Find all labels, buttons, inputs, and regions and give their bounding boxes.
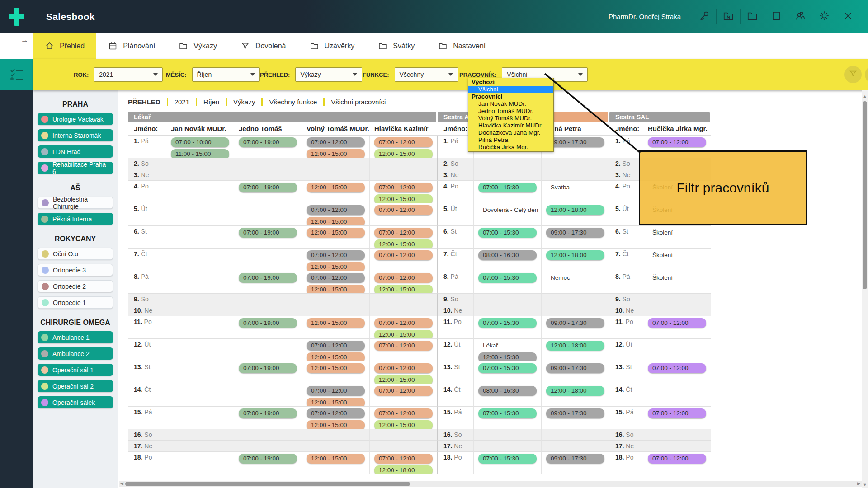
sidebar-item[interactable]: Bezbolestná Chirurgie xyxy=(38,197,113,209)
shift-chip[interactable]: 09:00 - 17:30 xyxy=(546,137,604,147)
shift-chip[interactable]: 07:00 - 12:00 xyxy=(307,137,365,147)
shift-chip[interactable]: 07:00 - 12:00 xyxy=(374,363,433,373)
tab-uzávěrky[interactable]: Uzávěrky xyxy=(298,33,367,59)
tab-plánování[interactable]: Plánování xyxy=(96,33,167,59)
shift-chip[interactable]: 12:00 - 18:00 xyxy=(546,250,604,260)
scroll-left-icon[interactable]: ◀ xyxy=(120,481,123,486)
shift-chip[interactable]: 07:00 - 12:00 xyxy=(374,137,433,147)
horizontal-scrollbar[interactable]: ◀ ▶ xyxy=(119,481,862,487)
shift-chip[interactable]: 08:00 - 16:30 xyxy=(478,250,537,260)
shift-chip[interactable]: 07:00 - 19:00 xyxy=(239,228,297,238)
shift-chip[interactable]: 12:00 - 15:00 xyxy=(307,262,365,271)
shift-chip[interactable]: 07:00 - 12:00 xyxy=(648,318,706,328)
sidebar-item[interactable]: Ambulance 2 xyxy=(38,347,113,360)
checklist-filter-button[interactable] xyxy=(0,59,33,90)
shift-chip[interactable]: 12:00 - 15:00 xyxy=(307,228,365,238)
shift-chip[interactable]: 07:00 - 12:00 xyxy=(648,408,706,418)
tab-přehled[interactable]: Přehled xyxy=(33,33,96,59)
shift-chip[interactable]: 12:00 - 15:00 xyxy=(307,398,365,407)
shift-chip[interactable]: 12:00 - 15:00 xyxy=(307,318,365,328)
sidebar-item[interactable]: Operační sálek xyxy=(38,396,113,408)
shift-chip[interactable]: 07:00 - 15:30 xyxy=(478,183,537,192)
shift-chip[interactable]: 12:00 - 18:00 xyxy=(374,465,433,474)
sidebar-item[interactable]: Ambulance 1 xyxy=(38,331,113,343)
users-button[interactable] xyxy=(788,9,812,24)
shift-chip[interactable]: 07:00 - 12:00 xyxy=(374,228,433,238)
filter-select-přehled[interactable]: Výkazy xyxy=(295,67,362,82)
shift-chip[interactable]: 07:00 - 12:00 xyxy=(374,408,433,418)
shift-chip[interactable]: 12:00 - 18:00 xyxy=(546,205,604,215)
shift-chip[interactable]: 07:00 - 12:00 xyxy=(374,205,433,215)
sidebar-item[interactable]: Rehabilitace Praha 6 xyxy=(38,162,113,174)
shift-chip[interactable]: 12:00 - 15:00 xyxy=(307,352,365,361)
sidebar-item[interactable]: Urologie Václavák xyxy=(38,113,113,125)
shift-chip[interactable]: 07:00 - 15:30 xyxy=(478,318,537,328)
folder-n-button[interactable] xyxy=(717,9,740,24)
shift-chip[interactable]: 12:00 - 15:00 xyxy=(374,375,433,384)
tab-nastavení[interactable]: Nastavení xyxy=(426,33,497,59)
shift-chip[interactable]: 12:00 - 15:00 xyxy=(307,363,365,373)
shift-chip[interactable]: 07:00 - 19:00 xyxy=(239,137,297,147)
shift-chip[interactable]: 07:00 - 12:00 xyxy=(374,454,433,464)
shift-chip[interactable]: 07:00 - 12:00 xyxy=(648,454,706,464)
dropdown-option[interactable]: Jan Novák MUDr. xyxy=(468,100,553,108)
shift-chip[interactable]: 07:00 - 15:30 xyxy=(478,363,537,373)
tab-svátky[interactable]: Svátky xyxy=(366,33,426,59)
shift-chip[interactable]: 07:00 - 15:30 xyxy=(478,408,537,418)
shift-chip[interactable]: 12:00 - 15:30 xyxy=(478,352,537,361)
filter-select-rok[interactable]: 2021 xyxy=(94,67,163,82)
shift-chip[interactable]: 07:00 - 12:00 xyxy=(307,341,365,351)
shift-chip[interactable]: 07:00 - 12:00 xyxy=(648,363,706,373)
shift-chip[interactable]: 07:00 - 19:00 xyxy=(239,273,297,283)
shift-chip[interactable]: 07:00 - 19:00 xyxy=(239,408,297,418)
shift-chip[interactable]: 12:00 - 15:00 xyxy=(307,217,365,226)
shift-chip[interactable]: 12:00 - 15:00 xyxy=(307,285,365,294)
shift-chip[interactable]: 11:00 - 15:00 xyxy=(171,149,229,158)
collapse-arrow-icon[interactable]: → xyxy=(21,36,28,45)
shift-chip[interactable]: 12:00 - 18:00 xyxy=(546,386,604,396)
shift-chip[interactable]: 12:00 - 15:00 xyxy=(307,454,365,464)
shift-chip[interactable]: 07:00 - 15:30 xyxy=(478,273,537,283)
scroll-right-icon[interactable]: ▶ xyxy=(857,481,860,486)
sidebar-item[interactable]: Operační sál 1 xyxy=(38,364,113,376)
folder-button[interactable] xyxy=(741,9,764,24)
shift-chip[interactable]: 07:00 - 19:00 xyxy=(239,318,297,328)
shift-chip[interactable]: 12:00 - 15:00 xyxy=(374,330,433,339)
sidebar-item[interactable]: Ortopedie 1 xyxy=(38,296,113,309)
shift-chip[interactable]: 12:00 - 15:00 xyxy=(307,149,365,158)
shift-chip[interactable]: 07:00 - 12:00 xyxy=(307,386,365,396)
shift-chip[interactable]: 07:00 - 12:00 xyxy=(307,205,365,215)
shift-chip[interactable]: 07:00 - 12:00 xyxy=(374,250,433,260)
filter-select-měsíc[interactable]: Říjen xyxy=(192,67,260,82)
dropdown-option[interactable]: Hlavička Kazimír MUDr. xyxy=(468,122,553,129)
dropdown-option[interactable]: Ručička Jirka Mgr. xyxy=(468,144,553,151)
sidebar-item[interactable]: Oční O.o xyxy=(38,248,113,260)
shift-chip[interactable]: 12:00 - 15:00 xyxy=(374,149,433,158)
sidebar-item[interactable]: Ortopedie 3 xyxy=(38,264,113,276)
shift-chip[interactable]: 07:00 - 19:00 xyxy=(239,363,297,373)
shift-chip[interactable]: 12:00 - 15:00 xyxy=(374,285,433,294)
shift-chip[interactable]: 12:00 - 15:00 xyxy=(307,183,365,192)
shift-chip[interactable]: 09:00 - 17:30 xyxy=(546,363,604,373)
scroll-up-icon[interactable]: ▲ xyxy=(862,94,868,99)
shift-chip[interactable]: 12:00 - 15:00 xyxy=(374,420,433,429)
shift-chip[interactable]: 07:00 - 12:00 xyxy=(374,386,433,396)
horizontal-scroll-thumb[interactable] xyxy=(125,482,410,486)
dropdown-option[interactable]: Všichni xyxy=(468,86,553,93)
key-button[interactable] xyxy=(693,9,716,24)
shift-chip[interactable]: 07:00 - 15:30 xyxy=(478,228,537,238)
sidebar-item[interactable]: LDN Hrad xyxy=(38,145,113,158)
shift-chip[interactable]: 12:00 - 15:00 xyxy=(374,194,433,203)
scroll-down-icon[interactable]: ▼ xyxy=(862,483,868,487)
shift-chip[interactable]: 09:00 - 17:30 xyxy=(546,318,604,328)
filter-select-funkce[interactable]: Všechny xyxy=(395,67,458,82)
funnel-button[interactable] xyxy=(844,66,862,83)
printer-button[interactable] xyxy=(865,66,868,83)
dropdown-option[interactable]: Jedno Tomáš MUDr. xyxy=(468,108,553,115)
sidebar-item[interactable]: Pěkná Interna xyxy=(38,213,113,225)
shift-chip[interactable]: 09:00 - 17:30 xyxy=(546,454,604,464)
close-button[interactable] xyxy=(836,9,860,24)
shift-chip[interactable]: 09:00 - 17:30 xyxy=(546,228,604,238)
sidebar-item[interactable]: Interna Staromák xyxy=(38,129,113,141)
shift-chip[interactable]: 09:00 - 17:30 xyxy=(546,408,604,418)
